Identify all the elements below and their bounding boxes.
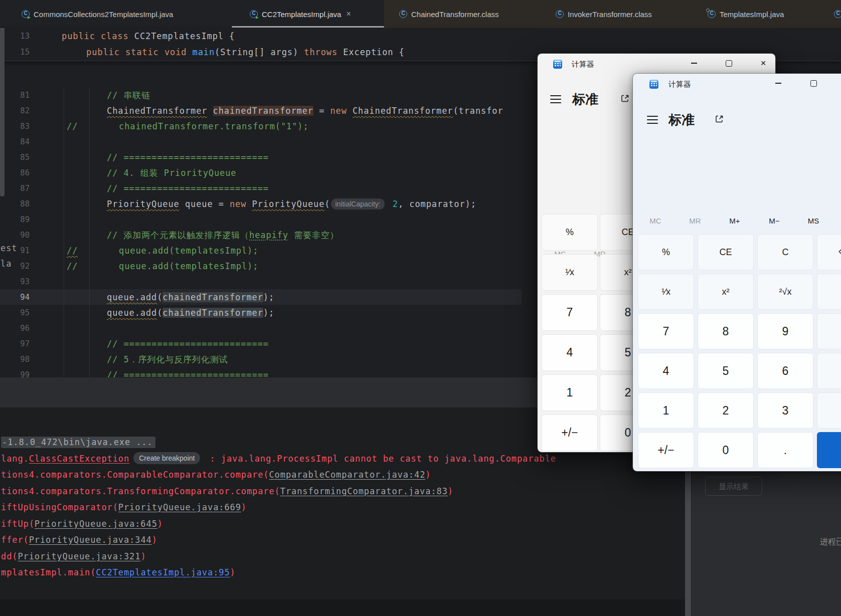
calc-button-+[interactable]: + [817,392,841,429]
calc-button-7[interactable]: 7 [542,294,598,331]
code-text: // 添加两个元素以触发排序逻辑（heapify 需要非空） [107,228,339,243]
code-token: // ========================== [107,339,269,349]
console-line: lang.ClassCastExceptionCreate breakpoint… [1,451,556,467]
calc-button-÷[interactable]: ÷ [817,274,841,310]
minimize-button[interactable] [683,55,706,72]
calc-button-=[interactable]: = [817,432,841,468]
code-token: (transfor [453,106,503,116]
code-token: // ========================== [107,370,269,378]
stack-frame-link[interactable]: TransformingComparator.java:83 [280,486,448,496]
mode-label[interactable]: 标准 [572,91,598,108]
console-text: ) [157,519,163,529]
show-result-button[interactable]: 显示结果 [705,477,762,496]
calc-button-.[interactable]: . [757,432,813,468]
code-token: ); [263,308,274,318]
mode-label[interactable]: 标准 [668,111,695,129]
keep-on-top-icon[interactable] [620,94,630,103]
calc-button-⌫[interactable]: ⌫ [817,234,841,270]
calc-button-6[interactable]: 6 [757,353,813,389]
line-number: 98 [0,352,30,367]
code-text: queue.add(chainedTransformer); [107,290,274,305]
memory-button-MS[interactable]: MS [808,217,819,225]
close-button[interactable]: × [752,55,775,72]
calc-button-+/−[interactable]: +/− [638,432,694,468]
create-breakpoint-button[interactable]: Create breakpoint [133,452,200,464]
minimize-button[interactable] [767,75,790,92]
code-token: PriorityQueue [252,199,325,209]
stack-frame-link[interactable]: PriorityQueue.java:321 [18,551,140,561]
keep-on-top-icon[interactable] [715,114,724,124]
code-text: queue.add(templatesImpl); [119,243,258,259]
code-text: // 5．序列化与反序列化测试 [107,352,228,367]
calc-button-−[interactable]: − [817,353,841,389]
code-token: queue.add(templatesImpl); [119,246,258,256]
code-token: // ========================== [107,152,269,162]
line-number: 88 [0,196,30,212]
console-text: -1.8.0_472\bin\java.exe ... [1,437,155,448]
stack-frame-link[interactable]: PriorityQueue.java:669 [118,502,241,512]
maximize-button[interactable] [802,75,825,92]
code-text: ChainedTransformer chainedTransformer = … [107,103,503,119]
code-token [387,199,393,209]
code-token: heapify [249,230,288,240]
stack-frame-link[interactable]: PriorityQueue.java:344 [29,535,152,545]
memory-button-M−[interactable]: M− [769,217,779,225]
code-token: chainedTransformer [162,292,263,302]
calculator-titlebar[interactable]: 计算器 [633,74,841,95]
calc-button-×[interactable]: × [817,313,841,349]
console-line: iftUp(PriorityQueue.java:645) [1,516,163,532]
code-token: , comparator); [398,199,476,209]
memory-button-MR[interactable]: MR [689,217,701,225]
code-text: // ========================== [107,367,269,378]
code-token: 需要非空） [288,230,339,240]
console-text: lang. [1,454,29,464]
calc-button-x²[interactable]: x² [698,274,754,310]
calculator-titlebar[interactable]: 计算器× [538,54,775,75]
stack-frame-link[interactable]: CC2TemplatesImpl.java:95 [96,567,230,577]
code-token: PriorityQueue [107,199,180,209]
left-panel-scrollbar[interactable] [0,28,5,196]
code-token: chainedTransformer [162,308,263,318]
calculator-window-front[interactable]: 计算器标准MCMRM+M−MS%CEC⌫¹∕xx²²√x÷789×456−123… [633,74,841,471]
code-text: // 4. 组装 PriorityQueue [107,165,237,181]
maximize-button[interactable] [717,55,740,72]
line-number: 89 [0,212,30,228]
calc-button-8[interactable]: 8 [698,313,754,349]
status-bar [0,599,685,616]
console-line: tions4.comparators.ComparableComparator.… [1,467,431,483]
code-token: new [330,106,347,116]
memory-button-M+[interactable]: M+ [729,217,740,225]
calc-button-%[interactable]: % [638,234,694,270]
comment-marker: // [67,259,78,274]
calc-button-²√x[interactable]: ²√x [757,274,813,310]
parameter-hint: initialCapacity: [331,198,384,210]
stack-frame-link[interactable]: PriorityQueue.java:645 [35,519,157,529]
code-token: Exception { [338,47,405,57]
console-line: mplatesImpl.main(CC2TemplatesImpl.java:9… [1,565,236,580]
code-text: // ========================== [107,150,269,165]
console-scrollbar[interactable] [685,472,691,616]
calc-button-¹∕x[interactable]: ¹∕x [542,254,598,291]
code-text: public class CC2TemplatesImpl { [62,29,235,44]
calc-button-C[interactable]: C [757,234,813,270]
menu-icon[interactable] [550,95,561,103]
calc-button-1[interactable]: 1 [542,374,598,411]
calc-button-4[interactable]: 4 [542,334,598,371]
calc-button-4[interactable]: 4 [638,353,694,389]
calc-button-CE[interactable]: CE [698,234,754,270]
stack-frame-link[interactable]: ComparableComparator.java:42 [269,470,425,480]
calc-button-¹∕x[interactable]: ¹∕x [638,274,694,310]
console-text: ClassCastException [29,454,129,464]
memory-button-MC[interactable]: MC [649,217,661,225]
calc-button-0[interactable]: 0 [698,432,754,468]
calc-button-5[interactable]: 5 [698,353,754,389]
calc-button-9[interactable]: 9 [757,313,813,349]
calc-button-2[interactable]: 2 [698,392,754,429]
calc-button-%[interactable]: % [542,214,598,251]
calc-button-1[interactable]: 1 [638,392,694,429]
calc-button-+/−[interactable]: +/− [542,415,598,451]
calc-button-3[interactable]: 3 [757,392,813,429]
code-token: ( [324,199,330,209]
calc-button-7[interactable]: 7 [638,313,694,349]
menu-icon[interactable] [647,116,658,124]
